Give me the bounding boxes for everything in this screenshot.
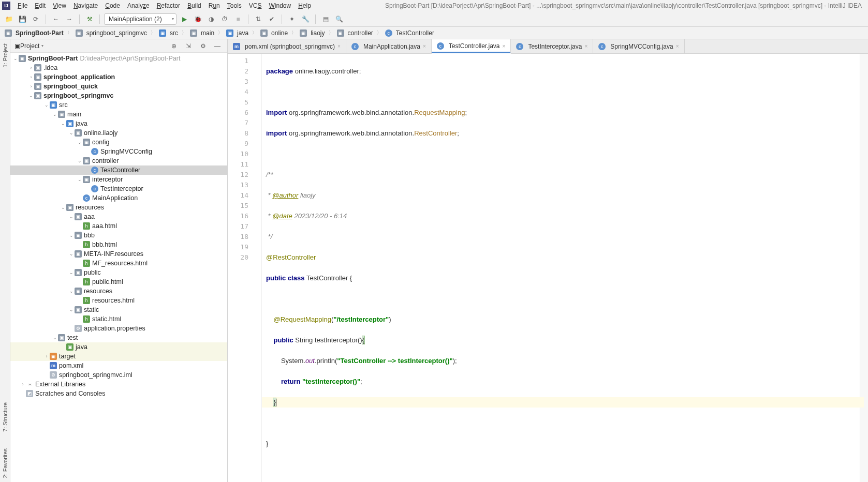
tab-testcontroller[interactable]: cTestController.java× (432, 39, 511, 54)
bc-liaojy[interactable]: ▣liaojy (298, 29, 326, 37)
close-icon[interactable]: × (423, 43, 426, 49)
tab-testinterceptor[interactable]: cTestInterceptor.java× (511, 39, 593, 53)
debug-icon[interactable]: 🐞 (192, 13, 203, 25)
side-tab-project[interactable]: 1: Project (2, 41, 8, 69)
tab-mainapp[interactable]: cMainApplication.java× (346, 39, 432, 53)
tab-pom[interactable]: mpom.xml (springboot_springmvc)× (228, 39, 346, 53)
save-icon[interactable]: 💾 (17, 13, 28, 25)
menu-code[interactable]: Code (102, 1, 123, 10)
sync-icon[interactable]: ⟳ (30, 13, 41, 25)
menu-tools[interactable]: Tools (224, 1, 245, 10)
menu-window[interactable]: Window (266, 1, 294, 10)
close-icon[interactable]: × (584, 43, 587, 49)
stop-icon[interactable]: ■ (232, 13, 244, 25)
project-panel-icon: ▣ (14, 42, 20, 50)
panel-view-dropdown[interactable]: ▾ (41, 43, 43, 48)
tab-springmvcconfig[interactable]: cSpringMVCConfig.java× (593, 39, 684, 53)
settings-icon[interactable]: 🔧 (300, 13, 311, 25)
project-tree[interactable]: ⌄▣SpringBoot-PartD:\ideaPorject\Apr\Spri… (10, 53, 227, 482)
forward-icon[interactable]: → (64, 13, 75, 25)
window-title: SpringBoot-Part [D:\ideaPorject\Apr\Spri… (385, 2, 866, 9)
breadcrumb: ▣SpringBoot-Part〉 ▣springboot_springmvc〉… (0, 27, 868, 39)
build-icon[interactable]: ⚒ (84, 13, 95, 25)
panel-title[interactable]: Project (20, 42, 39, 50)
menu-help[interactable]: Help (295, 1, 314, 10)
bc-module[interactable]: ▣springboot_springmvc (74, 29, 149, 37)
close-icon[interactable]: × (676, 43, 679, 49)
main-menu: File Edit View Navigate Code Analyze Ref… (14, 1, 314, 10)
search-icon[interactable]: 🔍 (333, 13, 345, 25)
commit-icon[interactable]: ✔ (266, 13, 277, 25)
menu-view[interactable]: View (50, 1, 69, 10)
line-numbers: 1234567891011121314151617181920 (228, 54, 253, 482)
actions-icon[interactable]: ✦ (286, 13, 298, 25)
side-tab-structure[interactable]: 7: Structure (2, 400, 8, 434)
back-icon[interactable]: ← (50, 13, 62, 25)
side-tab-favorites[interactable]: 2: Favorites (2, 446, 8, 480)
tree-node-testcontroller: cTestController (10, 165, 227, 175)
menu-navigate[interactable]: Navigate (70, 1, 101, 10)
bc-java[interactable]: ▣java (225, 29, 250, 37)
menu-analyze[interactable]: Analyze (124, 1, 153, 10)
expand-icon[interactable]: ⇲ (183, 40, 194, 52)
run-icon[interactable]: ▶ (179, 13, 190, 25)
close-icon[interactable]: × (503, 43, 506, 49)
gear-icon[interactable]: ⚙ (197, 40, 209, 52)
menu-refactor[interactable]: Refactor (154, 1, 183, 10)
menu-edit[interactable]: Edit (32, 1, 49, 10)
app-icon: IJ (2, 2, 10, 10)
bc-main[interactable]: ▣main (188, 29, 216, 37)
editor-tabs: mpom.xml (springboot_springmvc)× cMainAp… (228, 39, 868, 54)
bc-src[interactable]: ▣src (157, 29, 180, 37)
gutter-icons[interactable] (253, 54, 262, 482)
update-icon[interactable]: ⇅ (253, 13, 264, 25)
bc-class[interactable]: cTestController (384, 29, 436, 37)
editor-right-strip (860, 54, 868, 482)
hide-icon[interactable]: — (212, 40, 223, 52)
locate-icon[interactable]: ⊕ (168, 40, 180, 52)
bc-controller[interactable]: ▣controller (335, 29, 375, 37)
menu-build[interactable]: Build (184, 1, 204, 10)
menu-vcs[interactable]: VCS (246, 1, 265, 10)
structure-icon[interactable]: ▤ (320, 13, 331, 25)
menu-file[interactable]: File (14, 1, 31, 10)
open-icon[interactable]: 📁 (3, 13, 14, 25)
profile-icon[interactable]: ⏱ (219, 13, 230, 25)
bc-online[interactable]: ▣online (259, 29, 289, 37)
menu-run[interactable]: Run (205, 1, 223, 10)
code-editor[interactable]: package online.liaojy.controller; import… (262, 54, 860, 482)
close-icon[interactable]: × (337, 43, 341, 49)
run-config-dropdown[interactable]: MainApplication (2) (104, 13, 176, 25)
coverage-icon[interactable]: ◑ (205, 13, 217, 25)
bc-root[interactable]: ▣SpringBoot-Part (3, 29, 65, 37)
